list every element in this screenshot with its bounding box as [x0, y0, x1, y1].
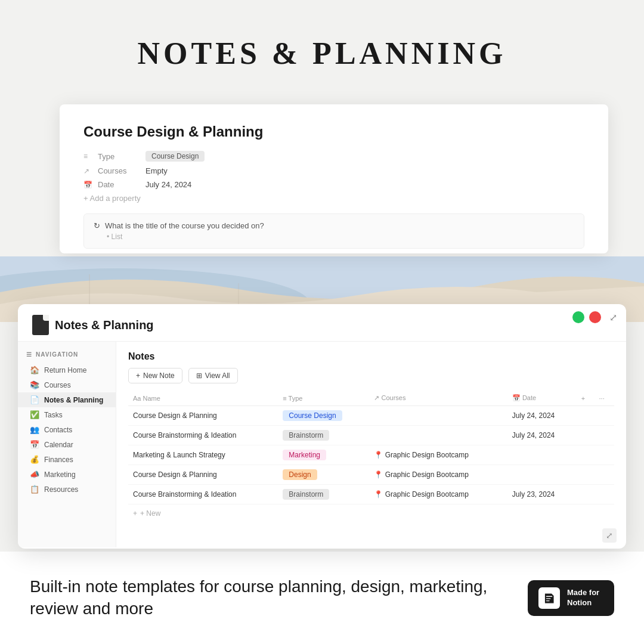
notes-title: Notes	[128, 351, 614, 362]
notes-table: Aa Name ≡ Type ↗ Courses 📅 Date + ··· Co…	[128, 391, 614, 504]
row-type: Brainstorm	[278, 426, 369, 445]
card-header: Notes & Planning	[18, 304, 626, 342]
notion-line2: Notion	[567, 598, 599, 608]
row-more	[595, 485, 614, 504]
type-value[interactable]: Course Design	[145, 151, 205, 162]
new-note-button[interactable]: + New Note	[128, 368, 182, 383]
sidebar-item-calendar[interactable]: 📅 Calendar	[18, 437, 116, 452]
calendar-icon: 📅	[30, 440, 39, 449]
row-date: July 24, 2024	[507, 406, 577, 426]
row-type: Design	[278, 465, 369, 485]
add-new-label: + New	[140, 509, 160, 518]
sidebar-nav-header: ☰ NAVIGATION	[18, 349, 116, 363]
expand-button[interactable]: ⤢	[602, 528, 617, 543]
col-courses: ↗ Courses	[369, 391, 507, 406]
notes-icon: 📄	[30, 395, 39, 404]
row-type: Brainstorm	[278, 485, 369, 504]
question-text: ↻ What is the title of the course you de…	[94, 221, 574, 230]
notion-logo	[538, 587, 560, 609]
type-label: Type	[98, 152, 145, 161]
sidebar-label-tasks: Tasks	[44, 411, 63, 419]
avatars-container	[571, 310, 602, 324]
sidebar-item-tasks[interactable]: ✅ Tasks	[18, 407, 116, 422]
row-courses: 📍 Graphic Design Bootcamp	[369, 485, 507, 504]
sidebar-label-notes: Notes & Planning	[44, 396, 103, 404]
sidebar-item-return-home[interactable]: 🏠 Return Home	[18, 363, 116, 377]
table-row[interactable]: Marketing & Launch Strategy Marketing 📍 …	[128, 445, 614, 465]
date-value: July 24, 2024	[145, 180, 191, 189]
question-block: ↻ What is the title of the course you de…	[83, 213, 584, 249]
top-card-title: Course Design & Planning	[83, 123, 584, 140]
table-row[interactable]: Course Design & Planning Design 📍 Graphi…	[128, 465, 614, 485]
tasks-icon: ✅	[30, 410, 39, 419]
courses-value: Empty	[145, 166, 168, 175]
view-all-button[interactable]: ⊞ View All	[188, 368, 238, 383]
row-add	[577, 406, 595, 426]
contacts-icon: 👥	[30, 425, 39, 434]
notion-line1: Made for	[567, 588, 599, 598]
row-add	[577, 485, 595, 504]
col-date: 📅 Date	[507, 391, 577, 406]
sidebar-label-resources: Resources	[44, 485, 78, 494]
sidebar-label-contacts: Contacts	[44, 426, 72, 434]
row-date	[507, 465, 577, 485]
date-icon: 📅	[83, 181, 93, 189]
table-header-row: Aa Name ≡ Type ↗ Courses 📅 Date + ···	[128, 391, 614, 406]
doc-icon	[32, 315, 49, 335]
card-body: ☰ NAVIGATION 🏠 Return Home 📚 Courses 📄 N…	[18, 342, 626, 547]
plus-icon: +	[136, 371, 140, 380]
row-courses: 📍 Graphic Design Bootcamp	[369, 465, 507, 485]
bottom-section: Built-in note templates for course plann…	[0, 552, 644, 644]
row-more	[595, 465, 614, 485]
row-courses	[369, 406, 507, 426]
sidebar: ☰ NAVIGATION 🏠 Return Home 📚 Courses 📄 N…	[18, 342, 116, 547]
row-courses: 📍 Graphic Design Bootcamp	[369, 445, 507, 465]
sidebar-item-resources[interactable]: 📋 Resources	[18, 482, 116, 497]
sidebar-item-finances[interactable]: 💰 Finances	[18, 452, 116, 467]
sidebar-item-marketing[interactable]: 📣 Marketing	[18, 467, 116, 482]
table-row[interactable]: Course Brainstorming & Ideation Brainsto…	[128, 426, 614, 445]
hamburger-icon: ☰	[26, 351, 32, 358]
row-add	[577, 465, 595, 485]
courses-icon: ↗	[83, 167, 93, 175]
add-new-button[interactable]: + + New	[128, 504, 614, 522]
col-add[interactable]: +	[577, 391, 595, 406]
new-note-label: New Note	[143, 371, 175, 380]
avatar-green	[571, 310, 586, 324]
notes-toolbar: + New Note ⊞ View All	[128, 368, 614, 383]
add-property-button[interactable]: + Add a property	[83, 194, 584, 203]
row-name: Course Design & Planning	[128, 406, 278, 426]
question-sub: • List	[107, 233, 574, 241]
notes-planning-card: ⤢ Notes & Planning ☰ NAVIGATION 🏠 Return…	[18, 304, 626, 549]
question-content: What is the title of the course you deci…	[105, 221, 264, 230]
marketing-icon: 📣	[30, 470, 39, 479]
row-add	[577, 426, 595, 445]
property-type: ≡ Type Course Design	[83, 151, 584, 162]
resources-icon: 📋	[30, 485, 39, 494]
card-title: Notes & Planning	[55, 318, 154, 332]
row-more	[595, 445, 614, 465]
sidebar-label-courses: Courses	[44, 381, 71, 389]
type-icon: ≡	[83, 152, 93, 160]
home-icon: 🏠	[30, 366, 39, 374]
notion-badge: Made for Notion	[528, 580, 614, 616]
courses-icon: 📚	[30, 380, 39, 389]
notion-badge-text: Made for Notion	[567, 588, 599, 608]
nav-label: NAVIGATION	[36, 351, 78, 358]
row-name: Marketing & Launch Strategy	[128, 445, 278, 465]
table-row[interactable]: Course Brainstorming & Ideation Brainsto…	[128, 485, 614, 504]
row-name: Course Brainstorming & Ideation	[128, 426, 278, 445]
sidebar-item-courses[interactable]: 📚 Courses	[18, 377, 116, 392]
sidebar-item-contacts[interactable]: 👥 Contacts	[18, 422, 116, 437]
avatar-red	[588, 310, 602, 324]
sidebar-label-finances: Finances	[44, 456, 73, 464]
finances-icon: 💰	[30, 455, 39, 464]
col-type: ≡ Type	[278, 391, 369, 406]
expand-card-button[interactable]: ⤢	[606, 310, 620, 324]
row-type: Marketing	[278, 445, 369, 465]
col-more[interactable]: ···	[595, 391, 614, 406]
property-courses: ↗ Courses Empty	[83, 166, 584, 175]
page-background: NOTES & PLANNING Course Design & Plannin…	[0, 0, 644, 644]
sidebar-item-notes-planning[interactable]: 📄 Notes & Planning	[18, 392, 116, 407]
table-row[interactable]: Course Design & Planning Course Design J…	[128, 406, 614, 426]
